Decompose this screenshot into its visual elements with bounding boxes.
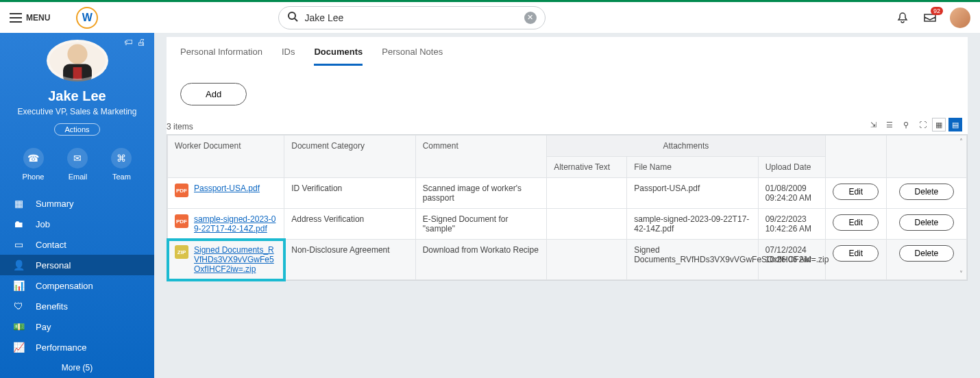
col-worker-document[interactable]: Worker Document [168, 136, 284, 178]
tab-personal-info[interactable]: Personal Information [180, 47, 262, 66]
workday-logo[interactable]: W [76, 7, 98, 29]
nav-performance[interactable]: 📈Performance [0, 337, 154, 357]
menu-button[interactable]: MENU [10, 13, 50, 23]
team-icon: ⌘ [111, 148, 132, 168]
search-box[interactable]: ✕ [278, 6, 546, 29]
quick-team[interactable]: ⌘Team [111, 148, 132, 181]
clear-search-icon[interactable]: ✕ [524, 12, 537, 24]
document-link[interactable]: sample-signed-2023-09-22T17-42-14Z.pdf [194, 214, 277, 234]
profile-actions-button[interactable]: Actions [54, 123, 99, 136]
export-pdf-icon[interactable]: 🖨 [137, 37, 146, 47]
phone-icon: ☎ [23, 148, 44, 168]
inbox-badge: 92 [931, 7, 943, 15]
tab-personal-notes[interactable]: Personal Notes [382, 47, 443, 66]
table-row: PDFPassport-USA.pdf ID Verification Scan… [168, 178, 967, 209]
sidebar: 🏷 🖨 Jake Lee Executive VP, Sales & Marke… [0, 33, 154, 378]
profile-name: Jake Lee [48, 88, 106, 104]
table-row: ZIPSigned Documents_RVfHDs3VX9vVGwFe5Oxf… [168, 240, 967, 280]
delete-button[interactable]: Delete [899, 245, 955, 262]
cell-alt [547, 240, 627, 280]
quick-email[interactable]: ✉Email [67, 148, 88, 181]
nav-contact[interactable]: ▭Contact [0, 234, 154, 255]
edit-button[interactable]: Edit [833, 184, 879, 200]
tag-icon[interactable]: 🏷 [124, 37, 133, 47]
nav-compensation[interactable]: 📊Compensation [0, 275, 154, 296]
cell-filename: sample-signed-2023-09-22T17-42-14Z.pdf [627, 209, 758, 240]
trend-icon: 📈 [12, 342, 25, 353]
quick-actions: ☎Phone ✉Email ⌘Team [23, 148, 132, 181]
table-tools: ⇲ ☰ ⚲ ⛶ ▦ ▤ [866, 118, 962, 131]
filter-icon[interactable]: ⚲ [899, 118, 913, 131]
chart-icon: 📊 [12, 280, 25, 291]
nav-summary[interactable]: ▦Summary [0, 193, 154, 214]
person-icon: 👤 [12, 260, 25, 270]
search-icon [287, 11, 298, 25]
email-icon: ✉ [67, 148, 88, 168]
nav-more[interactable]: More (5) [62, 357, 93, 378]
document-link[interactable]: Signed Documents_RVfHDs3VX9vVGwFe5OxfIHC… [194, 245, 277, 274]
cell-filename: Signed Documents_RVfHDs3VX9vVGwFeSOxfIHC… [627, 240, 758, 280]
delete-button[interactable]: Delete [899, 214, 955, 231]
edit-button[interactable]: Edit [833, 214, 879, 231]
edit-button[interactable]: Edit [833, 245, 879, 262]
main-content: Personal Information IDs Documents Perso… [154, 33, 980, 378]
content-card: Personal Information IDs Documents Perso… [167, 37, 968, 281]
col-upload-date[interactable]: Upload Date [758, 157, 825, 178]
cell-filename: Passport-USA.pdf [627, 178, 758, 209]
cell-category: Address Verification [284, 209, 415, 240]
nav-job[interactable]: 🖿Job [0, 214, 154, 234]
grid-icon: ▦ [12, 198, 25, 209]
svg-point-0 [289, 12, 295, 19]
briefcase-icon: 🖿 [12, 218, 25, 229]
profile-title: Executive VP, Sales & Marketing [18, 107, 137, 116]
table-view-icon[interactable]: ▤ [948, 118, 962, 131]
fullscreen-icon[interactable]: ⛶ [916, 118, 929, 131]
cell-comment: Download from Workato Recipe [415, 240, 546, 280]
tab-documents[interactable]: Documents [314, 47, 363, 66]
documents-table: ˄ ˅ Worker Document Document Category Co… [167, 134, 968, 281]
cell-alt [547, 209, 627, 240]
user-avatar[interactable] [950, 8, 970, 28]
nav-pay[interactable]: 💵Pay [0, 316, 154, 337]
pdf-file-icon: PDF [175, 214, 188, 228]
quick-phone[interactable]: ☎Phone [23, 148, 45, 181]
export-excel-icon[interactable]: ⇲ [866, 118, 880, 131]
col-alt-text[interactable]: Alternative Text [547, 157, 627, 178]
search-input[interactable] [305, 12, 517, 23]
topbar: MENU W ✕ 92 [0, 0, 980, 33]
cell-category: ID Verification [284, 178, 415, 209]
table-row: PDFsample-signed-2023-09-22T17-42-14Z.pd… [168, 209, 967, 240]
pdf-file-icon: PDF [175, 184, 188, 197]
col-comment[interactable]: Comment [415, 136, 546, 178]
svg-line-1 [295, 18, 297, 21]
grid-view-icon[interactable]: ▦ [932, 118, 946, 131]
notifications-button[interactable] [895, 10, 910, 25]
nav-personal[interactable]: 👤Personal [0, 255, 154, 275]
cell-comment: Scanned image of worker's passport [415, 178, 546, 209]
col-group-attachments: Attachments [547, 136, 825, 157]
cell-upload: 01/08/200909:24:20 AM [758, 178, 825, 209]
document-link[interactable]: Passport-USA.pdf [194, 184, 260, 193]
add-button[interactable]: Add [180, 83, 247, 105]
profile-photo[interactable] [47, 40, 108, 81]
side-nav: ▦Summary 🖿Job ▭Contact 👤Personal 📊Compen… [0, 193, 154, 357]
cell-comment: E-Signed Document for "sample" [415, 209, 546, 240]
tabs: Personal Information IDs Documents Perso… [167, 37, 968, 66]
cell-category: Non-Disclosure Agreement [284, 240, 415, 280]
scroll-down-icon[interactable]: ˅ [956, 270, 966, 277]
col-file-name[interactable]: File Name [627, 157, 758, 178]
zip-file-icon: ZIP [175, 245, 188, 259]
tab-ids[interactable]: IDs [282, 47, 295, 66]
configure-columns-icon[interactable]: ☰ [883, 118, 896, 131]
topbar-right: 92 [895, 8, 970, 28]
col-edit [825, 136, 886, 178]
inbox-button[interactable]: 92 [922, 10, 938, 25]
nav-benefits[interactable]: 🛡Benefits [0, 296, 154, 316]
card-icon: ▭ [12, 239, 25, 250]
cell-alt [547, 178, 627, 209]
delete-button[interactable]: Delete [899, 184, 955, 200]
money-icon: 💵 [12, 321, 25, 332]
item-count: 3 items [167, 122, 193, 131]
scroll-up-icon[interactable]: ˄ [956, 138, 966, 145]
col-document-category[interactable]: Document Category [284, 136, 415, 178]
